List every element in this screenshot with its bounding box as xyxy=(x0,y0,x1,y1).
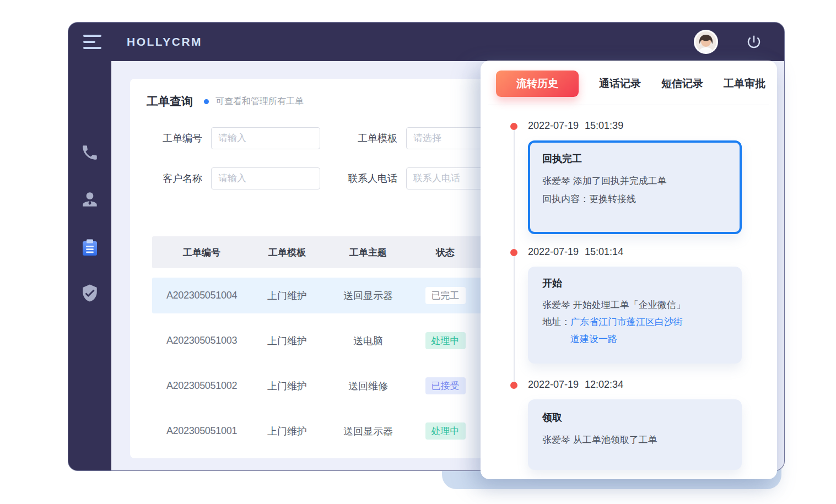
screenshot-canvas: HOLLYCRM xyxy=(0,0,836,504)
col-header-order-no: 工单编号 xyxy=(152,246,251,259)
table-header: 工单编号 工单模板 工单主题 状态 xyxy=(152,236,538,268)
timeline-timestamp: 2022-07-19 15:01:14 xyxy=(528,246,777,259)
tab-approval[interactable]: 工单审批 xyxy=(724,77,765,91)
tab-flow-history[interactable]: 流转历史 xyxy=(496,71,579,97)
work-order-table: 工单编号 工单模板 工单主题 状态 A202305051004 上门维护 送回显… xyxy=(152,236,538,449)
page-subtitle: 可查看和管理所有工单 xyxy=(215,96,304,107)
order-no-label: 工单编号 xyxy=(153,132,202,145)
tabs-divider xyxy=(488,105,769,105)
col-header-template: 工单模板 xyxy=(251,246,323,259)
timeline-card-completed: 回执完工 张爱琴 添加了回执并完成工单 回执内容：更换转接线 xyxy=(528,140,742,234)
subtitle-dot-icon xyxy=(204,99,209,104)
status-badge: 已接受 xyxy=(425,377,466,394)
sidebar-nav xyxy=(68,61,111,471)
brand-logo: HOLLYCRM xyxy=(127,35,202,48)
user-avatar[interactable] xyxy=(694,30,718,54)
table-row[interactable]: A202305051003 上门维护 送电脑 处理中 xyxy=(152,323,538,359)
customer-label: 客户名称 xyxy=(153,172,202,185)
table-row[interactable]: A202305051004 上门维护 送回显示器 已完工 xyxy=(152,278,538,313)
power-icon[interactable] xyxy=(746,34,762,50)
timeline-dot xyxy=(510,249,517,256)
menu-icon[interactable] xyxy=(83,35,102,49)
col-header-status: 状态 xyxy=(413,246,477,259)
address-label: 地址： xyxy=(542,313,570,348)
detail-tabs: 流转历史 通话记录 短信记录 工单审批 xyxy=(496,71,766,97)
status-badge: 已完工 xyxy=(425,287,466,304)
page-header: 工单查询 可查看和管理所有工单 xyxy=(147,94,304,109)
col-header-subject: 工单主题 xyxy=(323,246,413,259)
flow-history-timeline: 2022-07-19 15:01:39 回执完工 张爱琴 添加了回执并完成工单 … xyxy=(481,120,777,479)
timeline-timestamp: 2022-07-19 12:02:34 xyxy=(528,379,777,392)
table-row[interactable]: A202305051002 上门维护 送回维修 已接受 xyxy=(152,368,538,404)
page-title: 工单查询 xyxy=(147,94,193,109)
timeline-entry: 2022-07-19 12:02:34 领取 张爱琴 从工单池领取了工单 xyxy=(481,379,777,470)
customer-input[interactable] xyxy=(211,167,320,189)
tab-call-records[interactable]: 通话记录 xyxy=(599,77,641,91)
top-bar: HOLLYCRM xyxy=(68,23,784,61)
shield-check-icon[interactable] xyxy=(79,283,100,304)
timeline-dot xyxy=(510,382,517,389)
timeline-timestamp: 2022-07-19 15:01:39 xyxy=(528,120,777,133)
order-no-input[interactable] xyxy=(211,127,320,149)
status-badge: 处理中 xyxy=(425,422,466,440)
status-badge: 处理中 xyxy=(425,332,466,349)
phone-icon[interactable] xyxy=(79,142,100,163)
timeline-dot xyxy=(510,123,517,130)
table-row[interactable]: A202305051001 上门维护 送回显示器 处理中 xyxy=(152,413,538,449)
clipboard-icon[interactable] xyxy=(79,237,100,258)
person-icon[interactable] xyxy=(79,189,100,210)
work-order-detail-panel: 流转历史 通话记录 短信记录 工单审批 2022-07-19 15:01:39 … xyxy=(481,61,777,479)
tab-sms-records[interactable]: 短信记录 xyxy=(661,77,703,91)
template-label: 工单模板 xyxy=(348,132,397,145)
address-link[interactable]: 广东省江门市蓬江区白沙街道建设一路 xyxy=(570,313,687,348)
timeline-entry: 2022-07-19 15:01:39 回执完工 张爱琴 添加了回执并完成工单 … xyxy=(481,120,777,234)
timeline-card-start: 开始 张爱琴 开始处理工单「企业微信」 地址： 广东省江门市蓬江区白沙街道建设一… xyxy=(528,267,742,364)
phone-label: 联系人电话 xyxy=(348,172,397,185)
timeline-card-claimed: 领取 张爱琴 从工单池领取了工单 xyxy=(528,399,742,470)
timeline-entry: 2022-07-19 15:01:14 开始 张爱琴 开始处理工单「企业微信」 … xyxy=(481,246,777,364)
